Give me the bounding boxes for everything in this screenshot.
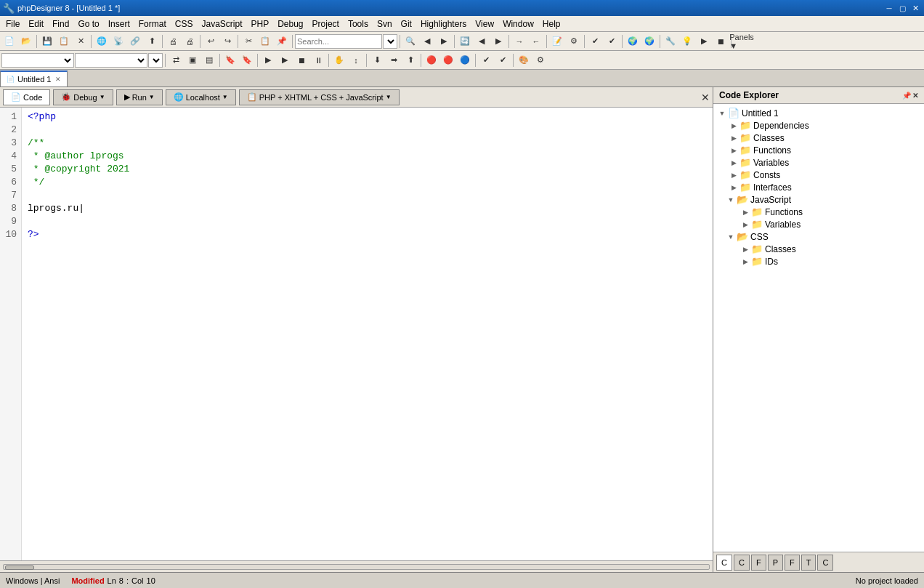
menu-highlighters[interactable]: Highlighters bbox=[416, 17, 471, 31]
tb-validate2[interactable]: ✔ bbox=[604, 33, 620, 49]
explorer-pin-button[interactable]: 📌 bbox=[902, 92, 911, 100]
exp-tab-p[interactable]: P bbox=[768, 555, 783, 571]
exp-tab-f2[interactable]: F bbox=[785, 555, 800, 571]
tb2-bp3[interactable]: 🔵 bbox=[457, 52, 473, 68]
menu-find[interactable]: Find bbox=[48, 17, 73, 31]
menu-format[interactable]: Format bbox=[134, 17, 171, 31]
tb-close[interactable]: ✕ bbox=[73, 33, 89, 49]
tb-nav-fwd[interactable]: ▶ bbox=[490, 33, 506, 49]
tb-code[interactable]: 💡 bbox=[679, 33, 695, 49]
exp-tab-t[interactable]: T bbox=[801, 555, 816, 571]
run-tab-button[interactable]: ▶ Run ▼ bbox=[116, 89, 163, 105]
tree-item-css-classes[interactable]: ▶ 📁 Classes bbox=[713, 243, 924, 255]
tree-item-js-variables[interactable]: ▶ 📁 Variables bbox=[713, 218, 924, 230]
horizontal-scrollbar[interactable] bbox=[0, 560, 713, 572]
tree-item-classes[interactable]: ▶ 📁 Classes bbox=[713, 132, 924, 144]
tb2-layout1[interactable]: ▣ bbox=[185, 52, 200, 68]
exp-tab-c1[interactable]: C bbox=[716, 555, 732, 571]
tb-run2[interactable]: ▶ bbox=[696, 33, 712, 49]
tree-item-variables[interactable]: ▶ 📁 Variables bbox=[713, 156, 924, 169]
tree-item-consts[interactable]: ▶ 📁 Consts bbox=[713, 169, 924, 181]
close-button[interactable]: ✕ bbox=[909, 3, 921, 13]
tb2-sync[interactable]: ⇄ bbox=[168, 52, 184, 68]
tb-new[interactable]: 📄 bbox=[1, 33, 17, 49]
menu-project[interactable]: Project bbox=[308, 17, 344, 31]
minimize-button[interactable]: ─ bbox=[883, 3, 895, 13]
tb-macro[interactable]: ⚙ bbox=[566, 33, 582, 49]
tb2-layout2[interactable]: ▤ bbox=[201, 52, 217, 68]
tb2-bp[interactable]: 🔴 bbox=[423, 52, 439, 68]
tb-open[interactable]: 📂 bbox=[18, 33, 34, 49]
menu-file[interactable]: File bbox=[1, 17, 24, 31]
tb2-step-in[interactable]: ⬇ bbox=[369, 52, 385, 68]
tb-save[interactable]: 💾 bbox=[39, 33, 55, 49]
menu-css[interactable]: CSS bbox=[171, 17, 198, 31]
tb-outdent[interactable]: ← bbox=[528, 33, 544, 49]
menu-goto[interactable]: Go to bbox=[73, 17, 103, 31]
tb-replace[interactable]: 🔄 bbox=[457, 33, 473, 49]
tree-root[interactable]: ▼ 📄 Untitled 1 bbox=[713, 107, 924, 119]
file-type-dropdown[interactable] bbox=[1, 53, 74, 68]
menu-help[interactable]: Help bbox=[538, 17, 565, 31]
menu-view[interactable]: View bbox=[471, 17, 498, 31]
tb-paste[interactable]: 📌 bbox=[274, 33, 290, 49]
restore-button[interactable]: ▢ bbox=[896, 3, 908, 13]
localhost-tab-button[interactable]: 🌐 Localhost ▼ bbox=[166, 89, 236, 105]
tb-print[interactable]: 🖨 bbox=[165, 33, 181, 49]
tb-redo[interactable]: ↪ bbox=[219, 33, 235, 49]
search-options[interactable] bbox=[383, 34, 397, 49]
menu-svn[interactable]: Svn bbox=[373, 17, 397, 31]
tree-item-interfaces[interactable]: ▶ 📁 Interfaces bbox=[713, 181, 924, 193]
tb-find[interactable]: 🔍 bbox=[402, 33, 418, 49]
tab-close-button[interactable]: ✕ bbox=[55, 76, 61, 83]
menu-insert[interactable]: Insert bbox=[104, 17, 134, 31]
code-editor[interactable]: <?php /** * @author lprogs * @copyright … bbox=[22, 108, 713, 560]
tb2-color[interactable]: 🎨 bbox=[516, 52, 532, 68]
tb-www2[interactable]: 🌍 bbox=[641, 33, 657, 49]
tb-copy[interactable]: 📋 bbox=[257, 33, 273, 49]
tree-item-css[interactable]: ▼ 📂 CSS bbox=[713, 230, 924, 243]
tb2-check2[interactable]: ✔ bbox=[495, 52, 511, 68]
debug-tab-button[interactable]: 🐞 Debug ▼ bbox=[53, 89, 113, 105]
menu-git[interactable]: Git bbox=[397, 17, 416, 31]
tb-panels[interactable]: Panels ▼ bbox=[734, 33, 750, 49]
tb-stop[interactable]: ⏹ bbox=[713, 33, 729, 49]
menu-tools[interactable]: Tools bbox=[344, 17, 373, 31]
extra-dropdown[interactable] bbox=[148, 53, 163, 68]
tb2-step-out[interactable]: ⬆ bbox=[402, 52, 418, 68]
filetype-tab-button[interactable]: 📋 PHP + XHTML + CSS + JavaScript ▼ bbox=[239, 89, 400, 105]
tb-print2[interactable]: 🖨 bbox=[182, 33, 198, 49]
menu-javascript[interactable]: JavaScript bbox=[197, 17, 246, 31]
tb-ftp[interactable]: 📡 bbox=[110, 33, 126, 49]
tb-upload[interactable]: ⬆ bbox=[144, 33, 160, 49]
menu-debug[interactable]: Debug bbox=[273, 17, 307, 31]
menu-php[interactable]: PHP bbox=[246, 17, 273, 31]
tb2-help2[interactable]: 🔖 bbox=[239, 52, 255, 68]
tb-snippet[interactable]: 📝 bbox=[549, 33, 565, 49]
tb2-move[interactable]: ✋ bbox=[331, 52, 347, 68]
tab-untitled1[interactable]: 📄 Untitled 1 ✕ bbox=[0, 71, 68, 86]
tb-nav-back[interactable]: ◀ bbox=[474, 33, 490, 49]
tb-browser[interactable]: 🌐 bbox=[94, 33, 110, 49]
tree-item-dependencies[interactable]: ▶ 📁 Dependencies bbox=[713, 119, 924, 132]
tb2-stop2[interactable]: ⏹ bbox=[293, 52, 309, 68]
search-input[interactable] bbox=[295, 34, 382, 49]
tb-find-next[interactable]: ▶ bbox=[436, 33, 452, 49]
code-area[interactable]: 1 2 3 4 5 6 7 8 9 10 <?php /** * @author… bbox=[0, 108, 713, 560]
tb-find-prev[interactable]: ◀ bbox=[419, 33, 435, 49]
tb2-run4[interactable]: ▶ bbox=[277, 52, 293, 68]
tb-cut[interactable]: ✂ bbox=[240, 33, 256, 49]
tb-undo[interactable]: ↩ bbox=[203, 33, 219, 49]
tb2-select[interactable]: ↕ bbox=[348, 52, 364, 68]
tb-settings[interactable]: 🔧 bbox=[662, 33, 678, 49]
exp-tab-c2[interactable]: C bbox=[734, 555, 750, 571]
tb-indent[interactable]: → bbox=[511, 33, 527, 49]
tb2-help[interactable]: 🔖 bbox=[222, 52, 238, 68]
tb-ftp2[interactable]: 🔗 bbox=[127, 33, 143, 49]
tb2-run3[interactable]: ▶ bbox=[260, 52, 276, 68]
encoding-dropdown[interactable] bbox=[75, 53, 147, 68]
tb2-pause[interactable]: ⏸ bbox=[310, 52, 326, 68]
tb2-step-over[interactable]: ➡ bbox=[386, 52, 402, 68]
tb2-bp2[interactable]: 🔴 bbox=[440, 52, 456, 68]
exp-tab-f[interactable]: F bbox=[751, 555, 766, 571]
